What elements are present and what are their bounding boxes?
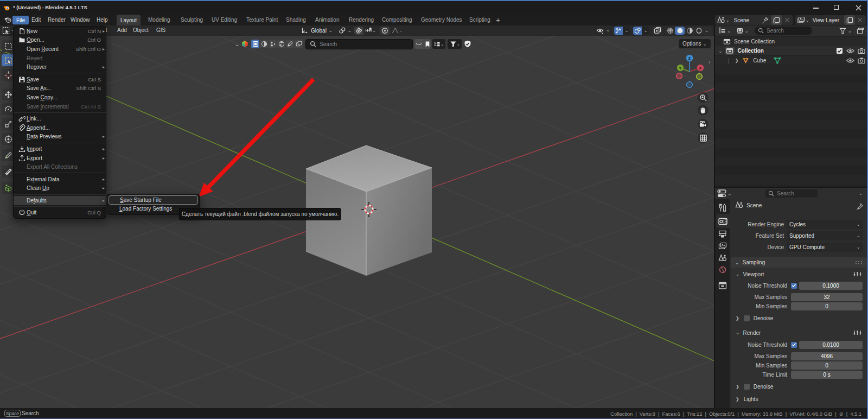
svg-text:X: X <box>699 66 702 71</box>
svg-text:Z: Z <box>688 56 691 61</box>
svg-text:Y: Y <box>679 66 682 71</box>
